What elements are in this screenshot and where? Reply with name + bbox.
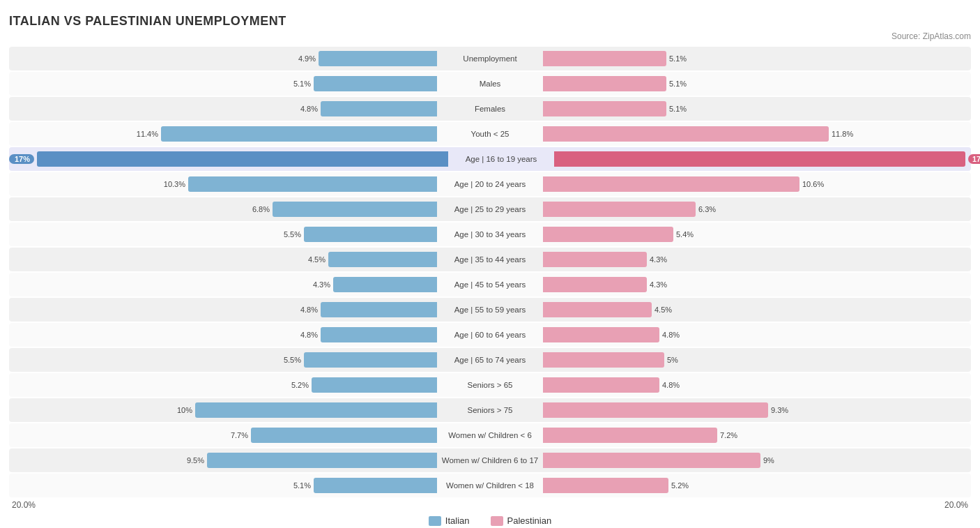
bar-row: 10.3%Age | 20 to 24 years10.6% [9, 172, 971, 196]
bar-row: 17%Age | 16 to 19 years17% [9, 147, 971, 171]
row-label: Age | 55 to 59 years [441, 306, 539, 314]
right-section: 9% [540, 453, 971, 468]
row-label: Males [441, 80, 539, 88]
right-section: 5.2% [540, 478, 971, 493]
bar-row: 4.8%Age | 55 to 59 years4.5% [9, 298, 971, 322]
row-label: Women w/ Children 6 to 17 [441, 456, 539, 465]
right-section: 11.8% [540, 126, 971, 142]
legend-italian: Italian [429, 515, 470, 526]
bar-row: 4.9%Unemployment5.1% [9, 47, 971, 70]
italian-value: 10.3% [160, 180, 185, 188]
palestinian-value: 4.5% [654, 306, 680, 314]
left-section: 10% [9, 402, 440, 418]
palestinian-value: 17% [968, 154, 980, 164]
italian-value: 7.7% [223, 431, 248, 439]
palestinian-value: 4.3% [650, 255, 675, 264]
palestinian-value: 4.8% [662, 381, 687, 389]
palestinian-bar [543, 202, 696, 217]
italian-value: 4.9% [291, 54, 316, 63]
palestinian-bar [543, 101, 666, 116]
chart-container: ITALIAN VS PALESTINIAN UNEMPLOYMENT Sour… [9, 7, 971, 528]
italian-bar [188, 176, 437, 192]
palestinian-value: 4.8% [662, 331, 687, 339]
right-section: 5.4% [540, 227, 971, 242]
palestinian-bar [543, 428, 717, 443]
left-section: 4.8% [9, 101, 440, 116]
italian-value: 10% [167, 406, 192, 414]
row-label: Age | 16 to 19 years [452, 155, 550, 163]
palestinian-value: 7.2% [720, 431, 745, 439]
row-label: Age | 60 to 64 years [441, 331, 539, 339]
palestinian-value: 5.1% [669, 105, 694, 113]
bar-row: 7.7%Women w/ Children < 67.2% [9, 423, 971, 447]
right-section: 10.6% [540, 176, 971, 192]
legend: Italian Palestinian [9, 515, 971, 526]
palestinian-bar [543, 402, 768, 418]
italian-value: 4.8% [293, 105, 318, 113]
right-section: 4.8% [540, 327, 971, 342]
bar-row: 5.5%Age | 65 to 74 years5% [9, 348, 971, 372]
italian-bar [314, 76, 437, 91]
italian-value: 5.1% [286, 481, 311, 490]
left-section: 5.5% [9, 352, 440, 368]
palestinian-bar [543, 478, 668, 493]
row-label: Age | 25 to 29 years [441, 205, 539, 213]
row-label: Age | 35 to 44 years [441, 255, 539, 264]
palestinian-bar [543, 51, 666, 66]
italian-value: 17% [9, 154, 34, 164]
italian-bar [314, 478, 437, 493]
right-section: 17% [551, 151, 980, 167]
bar-row: 5.2%Seniors > 654.8% [9, 373, 971, 397]
left-section: 4.8% [9, 302, 440, 317]
palestinian-bar [554, 151, 965, 167]
italian-value: 4.8% [293, 306, 318, 314]
palestinian-value: 9% [763, 456, 788, 465]
bar-row: 5.1%Women w/ Children < 185.2% [9, 474, 971, 497]
italian-bar [195, 402, 437, 418]
palestinian-bar [543, 76, 666, 91]
row-label: Age | 30 to 34 years [441, 230, 539, 239]
palestinian-value: 10.6% [802, 180, 827, 188]
axis-right-label: 20.0% [539, 500, 971, 510]
italian-bar [273, 202, 437, 217]
row-label: Seniors > 65 [441, 381, 539, 389]
right-section: 4.8% [540, 377, 971, 393]
italian-value: 11.4% [133, 130, 158, 138]
italian-bar [207, 453, 437, 468]
italian-value: 4.8% [293, 331, 318, 339]
chart-title: ITALIAN VS PALESTINIAN UNEMPLOYMENT [9, 14, 971, 29]
italian-bar [304, 352, 437, 368]
palestinian-value: 5.2% [671, 481, 696, 490]
bar-row: 5.1%Males5.1% [9, 72, 971, 96]
axis-row: 20.0% 20.0% [9, 500, 971, 510]
palestinian-value: 5% [667, 356, 692, 364]
chart-body: 4.9%Unemployment5.1%5.1%Males5.1%4.8%Fem… [9, 47, 971, 497]
row-label: Women w/ Children < 18 [441, 481, 539, 490]
palestinian-bar [543, 277, 647, 292]
left-section: 10.3% [9, 176, 440, 192]
left-section: 5.2% [9, 377, 440, 393]
italian-bar [328, 252, 437, 267]
right-section: 4.3% [540, 252, 971, 267]
left-section: 11.4% [9, 126, 440, 142]
bar-row: 4.8%Females5.1% [9, 97, 971, 121]
row-label: Age | 20 to 24 years [441, 180, 539, 188]
right-section: 5.1% [540, 76, 971, 91]
italian-bar [304, 227, 437, 242]
left-section: 4.8% [9, 327, 440, 342]
italian-bar [333, 277, 437, 292]
legend-italian-box [429, 516, 441, 526]
palestinian-bar [543, 352, 664, 368]
italian-bar [37, 151, 448, 167]
palestinian-value: 4.3% [650, 280, 675, 289]
palestinian-bar [543, 327, 659, 342]
palestinian-bar [543, 252, 647, 267]
right-section: 5.1% [540, 101, 971, 116]
italian-bar [312, 377, 437, 393]
row-label: Youth < 25 [441, 130, 539, 138]
row-label: Seniors > 75 [441, 406, 539, 414]
axis-left-label: 20.0% [9, 500, 441, 510]
bar-row: 11.4%Youth < 2511.8% [9, 122, 971, 146]
left-section: 4.9% [9, 51, 440, 66]
legend-italian-label: Italian [445, 515, 470, 526]
